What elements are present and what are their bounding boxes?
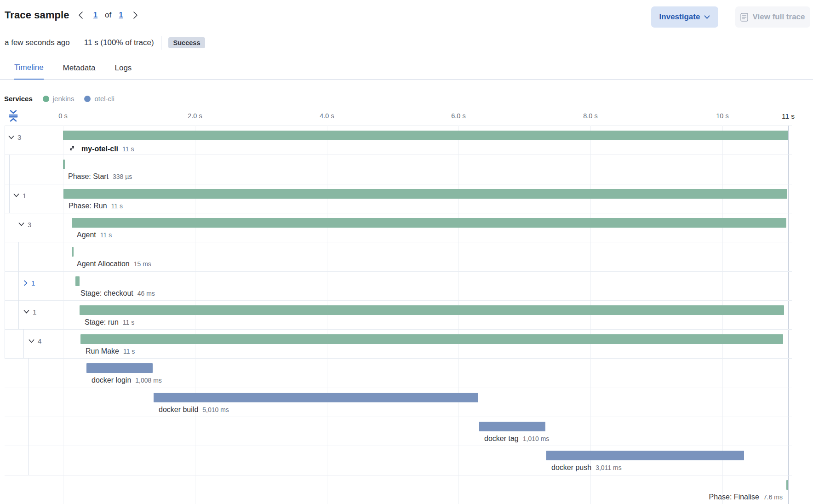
span-bar-agent[interactable]: [72, 218, 786, 228]
collapse-toggle-stage-run[interactable]: 1: [23, 308, 36, 316]
investigate-label: Investigate: [659, 12, 700, 22]
span-label-phase-start[interactable]: Phase: Start338 µs: [68, 172, 132, 181]
legend-label-otel-cli: otel-cli: [94, 95, 114, 103]
waterfall-row-run-make[interactable]: 4Run Make11 s: [0, 329, 813, 358]
investigate-button[interactable]: Investigate: [651, 6, 718, 28]
indent-guide: [5, 329, 5, 358]
divider: [161, 36, 161, 50]
span-bar-docker-push[interactable]: [546, 451, 744, 460]
span-bar-docker-tag[interactable]: [479, 422, 545, 431]
axis-tick-0-s: 0 s: [58, 112, 67, 120]
chevron-down-icon: [18, 222, 24, 227]
span-label-phase-run[interactable]: Phase: Run11 s: [69, 202, 123, 210]
indent-guide: [5, 242, 5, 271]
span-label-stage-run[interactable]: Stage: run11 s: [85, 318, 134, 326]
indent-guide: [28, 417, 29, 446]
view-full-trace-button[interactable]: View full trace: [735, 6, 810, 28]
tab-bar: Timeline Metadata Logs: [0, 59, 813, 80]
span-bar-docker-build[interactable]: [154, 393, 478, 402]
span-label-docker-build[interactable]: docker build5,010 ms: [159, 406, 229, 414]
chevron-down-icon: [8, 135, 14, 140]
waterfall-row-agent[interactable]: 3Agent11 s: [0, 213, 813, 242]
span-label-run-make[interactable]: Run Make11 s: [86, 347, 135, 355]
span-label-docker-push[interactable]: docker push3,011 ms: [551, 464, 622, 472]
pager-total-link[interactable]: 1: [119, 11, 123, 20]
span-bar-my-otel-cli[interactable]: [63, 131, 788, 140]
collapse-toggle-agent[interactable]: 3: [18, 221, 31, 229]
tab-logs[interactable]: Logs: [115, 63, 132, 79]
indent-guide: [5, 213, 5, 242]
span-duration: 1,010 ms: [523, 435, 550, 442]
waterfall-row-phase-start[interactable]: Phase: Start338 µs: [0, 155, 813, 183]
span-bar-agent-allocation[interactable]: [72, 247, 74, 257]
waterfall-row-docker-tag[interactable]: docker tag1,010 ms: [0, 417, 813, 446]
span-label-docker-login[interactable]: docker login1,008 ms: [92, 376, 162, 384]
axis-tick-2-0-s: 2.0 s: [188, 112, 202, 120]
waterfall-row-stage-run[interactable]: 1Stage: run11 s: [0, 300, 813, 329]
trace-pager: 1 of 1: [76, 10, 141, 20]
span-duration: 11 s: [111, 202, 123, 210]
span-bar-docker-login[interactable]: [86, 363, 153, 373]
span-bar-phase-run[interactable]: [63, 189, 787, 199]
span-duration: 1,008 ms: [135, 377, 162, 384]
child-count: 4: [38, 337, 41, 345]
expand-toggle-stage-checkout[interactable]: 1: [23, 279, 35, 287]
waterfall-row-docker-login[interactable]: docker login1,008 ms: [0, 358, 813, 387]
child-count: 1: [31, 279, 35, 287]
next-trace-button[interactable]: [131, 10, 141, 20]
otel-cli-dot-icon: [84, 96, 91, 102]
row-separator: [5, 155, 792, 155]
waterfall-row-phase-finalise[interactable]: Phase: Finalise7.6 ms: [0, 475, 813, 504]
row-separator: [5, 417, 792, 417]
span-label-agent[interactable]: Agent11 s: [77, 231, 112, 239]
services-legend: Services jenkins otel-cli: [4, 95, 115, 103]
child-count: 1: [33, 308, 36, 316]
axis-tick-8-0-s: 8.0 s: [583, 112, 597, 120]
indent-guide: [5, 126, 5, 155]
waterfall-row-docker-build[interactable]: docker build5,010 ms: [0, 388, 813, 417]
span-name: Phase: Start: [68, 172, 109, 181]
waterfall-row-stage-checkout[interactable]: 1Stage: checkout46 ms: [0, 271, 813, 300]
trace-span-icon: [68, 144, 76, 152]
legend-item-otel-cli: otel-cli: [84, 95, 114, 103]
span-label-my-otel-cli[interactable]: my-otel-cli11 s: [68, 143, 134, 153]
waterfall-row-docker-push[interactable]: docker push3,011 ms: [0, 446, 813, 475]
span-label-agent-allocation[interactable]: Agent Allocation15 ms: [77, 260, 151, 268]
span-name: docker push: [551, 464, 591, 472]
span-bar-stage-checkout[interactable]: [75, 276, 80, 286]
row-separator: [5, 184, 792, 184]
span-bar-run-make[interactable]: [80, 334, 783, 344]
indent-guide: [9, 184, 10, 213]
waterfall-row-my-otel-cli[interactable]: 3 my-otel-cli11 s: [0, 126, 813, 155]
span-label-docker-tag[interactable]: docker tag1,010 ms: [484, 435, 549, 443]
prev-trace-button[interactable]: [76, 10, 86, 20]
tab-metadata[interactable]: Metadata: [63, 63, 96, 79]
span-name: docker tag: [484, 435, 519, 443]
span-bar-phase-finalise[interactable]: [786, 480, 788, 490]
row-separator: [5, 388, 792, 388]
trace-duration: 11 s (100% of trace): [84, 38, 154, 47]
axis-tick-11-s: 11 s: [782, 112, 795, 120]
waterfall-row-phase-run[interactable]: 1Phase: Run11 s: [0, 184, 813, 213]
waterfall-row-agent-allocation[interactable]: Agent Allocation15 ms: [0, 242, 813, 271]
span-label-phase-finalise[interactable]: Phase: Finalise7.6 ms: [709, 493, 783, 501]
indent-guide: [18, 300, 19, 329]
services-legend-title: Services: [4, 95, 33, 103]
collapse-toggle-run-make[interactable]: 4: [29, 337, 41, 345]
span-duration: 11 s: [123, 319, 134, 326]
chevron-left-icon: [78, 11, 83, 19]
collapse-toggle-my-otel-cli[interactable]: 3: [8, 133, 21, 141]
pager-current-link[interactable]: 1: [93, 11, 97, 20]
collapse-toggle-phase-run[interactable]: 1: [13, 192, 26, 200]
timeline-axis: 0 s2.0 s4.0 s6.0 s8.0 s10 s11 s: [0, 109, 813, 125]
span-bar-stage-run[interactable]: [80, 305, 784, 315]
row-separator: [5, 446, 792, 446]
span-label-stage-checkout[interactable]: Stage: checkout46 ms: [80, 289, 155, 298]
row-separator: [5, 242, 792, 242]
tab-timeline[interactable]: Timeline: [14, 63, 44, 80]
span-bar-phase-start[interactable]: [63, 160, 65, 169]
child-count: 1: [23, 192, 26, 200]
span-duration: 7.6 ms: [763, 493, 783, 501]
collapse-all-button[interactable]: [8, 109, 19, 124]
span-name: docker build: [159, 406, 198, 414]
